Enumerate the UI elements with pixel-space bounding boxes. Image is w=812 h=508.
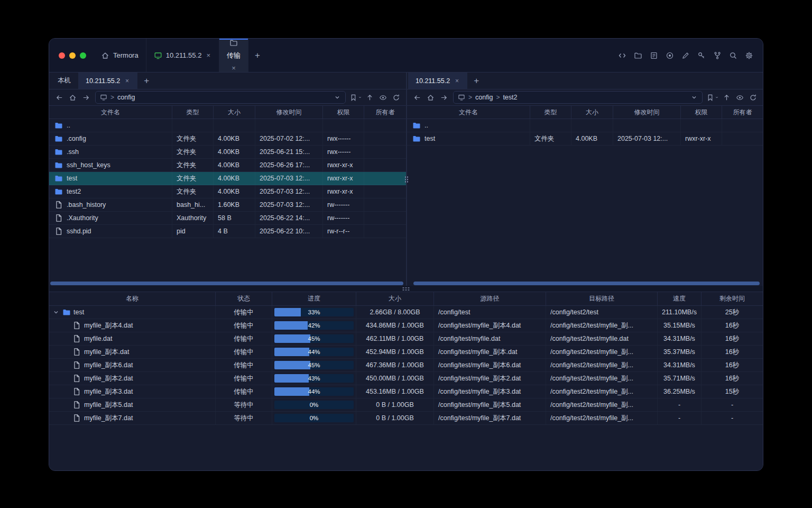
new-tab-button[interactable]: +: [248, 39, 266, 72]
file-row[interactable]: .bash_history bash_hi... 1.60KB 2025-07-…: [49, 198, 406, 212]
pane-tab[interactable]: 10.211.55.2 ×: [408, 72, 467, 89]
forward-button[interactable]: [438, 92, 449, 103]
refresh-button[interactable]: [390, 92, 402, 103]
file-row[interactable]: test 文件夹 4.00KB 2025-07-03 12:... rwxr-x…: [407, 132, 763, 146]
column-header[interactable]: 修改时间: [255, 106, 323, 119]
path-segment[interactable]: config: [475, 94, 493, 101]
code-icon[interactable]: [616, 49, 629, 62]
file-row[interactable]: ssh_host_keys 文件夹 4.00KB 2025-06-26 17:.…: [49, 159, 406, 172]
tab-label: 10.211.55.2: [166, 51, 202, 59]
column-header[interactable]: 权限: [681, 106, 722, 119]
column-header[interactable]: 进度: [272, 292, 356, 305]
file-row[interactable]: .config 文件夹 4.00KB 2025-07-02 12:... rwx…: [49, 132, 406, 146]
path-bar[interactable]: >config>test2: [453, 91, 703, 104]
key-icon[interactable]: [695, 49, 708, 62]
pane-tab[interactable]: 10.211.55.2 ×: [78, 72, 137, 89]
close-tab-icon[interactable]: ×: [124, 77, 130, 85]
macro-icon[interactable]: [648, 49, 660, 62]
pane-tab[interactable]: 本机: [50, 72, 78, 89]
column-header[interactable]: 文件名: [407, 106, 530, 119]
column-header[interactable]: 大小: [356, 292, 434, 305]
scrollbar-thumb[interactable]: [50, 282, 403, 285]
show-hidden-files-button[interactable]: [377, 92, 389, 103]
transfer-row[interactable]: myfile_副本5.dat 等待中 0% 0 B / 1.00GB /conf…: [49, 398, 763, 412]
maximize-window-button[interactable]: [80, 52, 86, 59]
file-row[interactable]: ..: [407, 119, 763, 132]
bookmark-button[interactable]: [349, 92, 362, 103]
titlebar-tab[interactable]: 10.211.55.2 ×: [146, 39, 219, 72]
chevron-down-icon[interactable]: [690, 94, 698, 101]
pane-splitter[interactable]: [406, 72, 407, 286]
column-header[interactable]: 大小: [571, 106, 613, 119]
search-icon[interactable]: [727, 49, 740, 62]
column-header[interactable]: 目标路径: [546, 292, 658, 305]
column-header[interactable]: 速度: [658, 292, 702, 305]
right-horizontal-scrollbar[interactable]: [407, 280, 763, 286]
forward-button[interactable]: [80, 92, 91, 103]
path-segment[interactable]: config: [117, 94, 135, 101]
column-header[interactable]: 状态: [216, 292, 272, 305]
column-header[interactable]: 权限: [323, 106, 364, 119]
record-icon[interactable]: [663, 49, 676, 62]
edit-icon[interactable]: [679, 49, 692, 62]
close-tab-icon[interactable]: ×: [454, 77, 460, 85]
column-header[interactable]: 文件名: [49, 106, 172, 119]
file-row[interactable]: .Xauthority Xauthority 58 B 2025-06-22 1…: [49, 212, 406, 225]
transfer-row[interactable]: myfile.dat 传输中 45% 462.11MB / 1.00GB /co…: [49, 332, 763, 346]
left-horizontal-scrollbar[interactable]: [49, 280, 406, 286]
close-window-button[interactable]: [59, 52, 65, 59]
transfer-row[interactable]: myfile_副本2.dat 传输中 43% 450.00MB / 1.00GB…: [49, 372, 763, 385]
refresh-button[interactable]: [747, 92, 759, 103]
titlebar-tab[interactable]: 传输 ×: [219, 39, 248, 72]
back-button[interactable]: [53, 92, 65, 103]
column-header[interactable]: 大小: [214, 106, 255, 119]
home-button[interactable]: [425, 92, 436, 103]
column-header[interactable]: 所有者: [364, 106, 406, 119]
column-header[interactable]: 所有者: [722, 106, 763, 119]
minimize-window-button[interactable]: [69, 52, 76, 59]
transfer-folder-icon: [229, 39, 238, 47]
up-directory-button[interactable]: [721, 92, 732, 103]
column-header[interactable]: 类型: [172, 106, 214, 119]
column-header[interactable]: 剩余时间: [702, 292, 763, 305]
transfer-row[interactable]: myfile_副本7.dat 等待中 0% 0 B / 1.00GB /conf…: [49, 412, 763, 425]
home-button[interactable]: [67, 92, 78, 103]
back-button[interactable]: [411, 92, 423, 103]
titlebar-tab[interactable]: Termora: [94, 39, 146, 72]
splitter-grip-icon[interactable]: [402, 287, 410, 291]
column-header[interactable]: 名称: [49, 292, 216, 305]
show-hidden-files-button[interactable]: [734, 92, 745, 103]
folder-icon[interactable]: [632, 49, 644, 62]
column-header[interactable]: 类型: [530, 106, 571, 119]
left-file-list: .. .config: [49, 119, 406, 238]
transfer-row[interactable]: myfile_副本4.dat 传输中 42% 434.86MB / 1.00GB…: [49, 319, 763, 332]
chevron-down-icon[interactable]: [334, 94, 341, 101]
column-header[interactable]: 源路径: [434, 292, 546, 305]
file-row[interactable]: .ssh 文件夹 4.00KB 2025-06-21 15:... rwx---…: [49, 146, 406, 159]
column-header[interactable]: 修改时间: [613, 106, 681, 119]
expand-chevron-icon[interactable]: [52, 309, 60, 316]
bookmark-button[interactable]: [706, 92, 719, 103]
file-name-cell: ..: [407, 119, 530, 132]
transfer-row[interactable]: myfile_副本6.dat 传输中 45% 467.36MB / 1.00GB…: [49, 359, 763, 372]
close-tab-icon[interactable]: ×: [205, 51, 211, 59]
file-row[interactable]: test 文件夹 4.00KB 2025-07-03 12:... rwxr-x…: [49, 172, 406, 185]
file-row[interactable]: ..: [49, 119, 406, 132]
transfer-splitter[interactable]: [49, 286, 763, 292]
path-bar[interactable]: >config: [95, 91, 346, 104]
splitter-grip-icon[interactable]: [404, 176, 409, 183]
new-pane-tab-button[interactable]: +: [467, 72, 485, 89]
scrollbar-thumb[interactable]: [413, 282, 760, 285]
new-pane-tab-button[interactable]: +: [137, 72, 155, 89]
settings-icon[interactable]: [743, 49, 755, 62]
transfer-row[interactable]: test 传输中 33% 2.66GB / 8.00GB /config/tes…: [49, 306, 763, 319]
file-row[interactable]: test2 文件夹 4.00KB 2025-07-03 12:... rwxr-…: [49, 185, 406, 198]
file-row[interactable]: sshd.pid pid 4 B 2025-06-22 10:... rw-r-…: [49, 225, 406, 238]
branch-icon[interactable]: [711, 49, 724, 62]
close-tab-icon[interactable]: ×: [230, 64, 237, 72]
transfer-eta: 25秒: [702, 306, 763, 319]
up-directory-button[interactable]: [364, 92, 375, 103]
transfer-row[interactable]: myfile_副本.dat 传输中 44% 452.94MB / 1.00GB …: [49, 346, 763, 359]
path-segment[interactable]: test2: [503, 94, 517, 101]
transfer-row[interactable]: myfile_副本3.dat 传输中 44% 453.16MB / 1.00GB…: [49, 385, 763, 398]
